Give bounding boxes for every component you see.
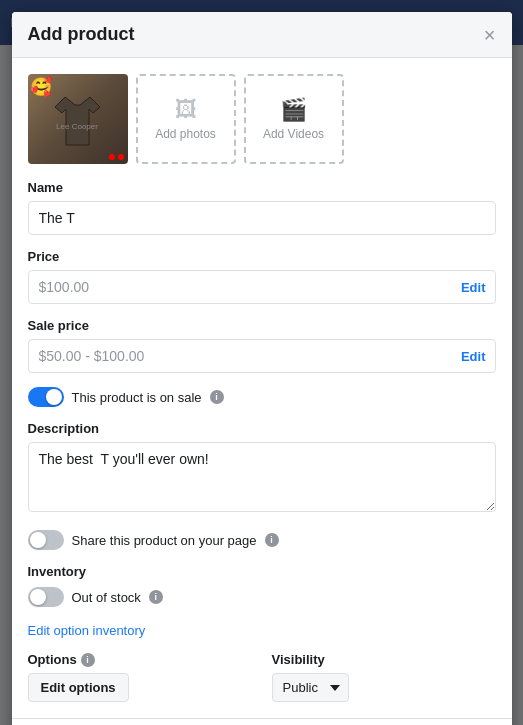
visibility-select[interactable]: Public Private <box>272 673 349 702</box>
modal-footer: Cancel Save <box>12 718 512 725</box>
product-image-bg: 🥰 Lee Cooper <box>28 74 128 164</box>
modal-title: Add product <box>28 24 135 45</box>
price-input[interactable] <box>28 270 496 304</box>
photo-indicator-dots <box>109 154 124 160</box>
price-label: Price <box>28 249 496 264</box>
on-sale-label: This product is on sale <box>72 390 202 405</box>
modal-header: Add product × <box>12 12 512 58</box>
add-videos-icon: 🎬 <box>280 97 307 123</box>
options-visibility-row: Options i Edit options Visibility Public… <box>28 652 496 702</box>
share-toggle-row: Share this product on your page i <box>28 530 496 550</box>
out-of-stock-slider <box>28 587 64 607</box>
svg-text:Lee Cooper: Lee Cooper <box>56 122 98 131</box>
out-of-stock-label: Out of stock <box>72 590 141 605</box>
visibility-label-text: Visibility <box>272 652 325 667</box>
price-field-group: Price Edit <box>28 249 496 304</box>
add-photos-label: Add photos <box>155 127 216 141</box>
options-column: Options i Edit options <box>28 652 252 702</box>
price-edit-button[interactable]: Edit <box>461 280 486 295</box>
modal-body: 🥰 Lee Cooper 🖼 <box>12 58 512 718</box>
options-info-icon[interactable]: i <box>81 653 95 667</box>
modal-overlay: Add product × 🥰 Lee Cooper <box>0 0 523 725</box>
add-videos-label: Add Videos <box>263 127 324 141</box>
add-photos-button[interactable]: 🖼 Add photos <box>136 74 236 164</box>
inventory-label: Inventory <box>28 564 496 579</box>
photo-section: 🥰 Lee Cooper 🖼 <box>28 74 496 164</box>
price-input-container: Edit <box>28 270 496 304</box>
on-sale-toggle[interactable] <box>28 387 64 407</box>
modal-close-button[interactable]: × <box>484 25 496 45</box>
share-slider <box>28 530 64 550</box>
add-videos-button[interactable]: 🎬 Add Videos <box>244 74 344 164</box>
on-sale-toggle-row: This product is on sale i <box>28 387 496 407</box>
name-field-group: Name <box>28 180 496 235</box>
add-photos-icon: 🖼 <box>175 97 197 123</box>
share-label: Share this product on your page <box>72 533 257 548</box>
options-column-label: Options i <box>28 652 252 667</box>
share-info-icon[interactable]: i <box>265 533 279 547</box>
tshirt-svg: Lee Cooper <box>45 87 110 152</box>
product-image: 🥰 Lee Cooper <box>28 74 128 164</box>
product-emoji: 🥰 <box>30 76 52 98</box>
sale-price-input-container: Edit <box>28 339 496 373</box>
on-sale-slider <box>28 387 64 407</box>
description-label: Description <box>28 421 496 436</box>
visibility-column: Visibility Public Private <box>272 652 496 702</box>
photo-dot-2 <box>118 154 124 160</box>
description-textarea[interactable]: The best T you'll ever own! <box>28 442 496 512</box>
edit-options-button[interactable]: Edit options <box>28 673 129 702</box>
photo-dot-1 <box>109 154 115 160</box>
share-toggle[interactable] <box>28 530 64 550</box>
sale-price-field-group: Sale price Edit <box>28 318 496 373</box>
sale-price-input[interactable] <box>28 339 496 373</box>
visibility-column-label: Visibility <box>272 652 496 667</box>
inventory-group: Inventory Out of stock i <box>28 564 496 607</box>
name-input[interactable] <box>28 201 496 235</box>
edit-option-inventory-link[interactable]: Edit option inventory <box>28 623 146 638</box>
out-of-stock-toggle-row: Out of stock i <box>28 587 496 607</box>
description-field-group: Description The best T you'll ever own! <box>28 421 496 516</box>
out-of-stock-info-icon[interactable]: i <box>149 590 163 604</box>
on-sale-info-icon[interactable]: i <box>210 390 224 404</box>
name-label: Name <box>28 180 496 195</box>
add-product-modal: Add product × 🥰 Lee Cooper <box>12 12 512 725</box>
sale-price-edit-button[interactable]: Edit <box>461 349 486 364</box>
out-of-stock-toggle[interactable] <box>28 587 64 607</box>
sale-price-label: Sale price <box>28 318 496 333</box>
options-label-text: Options <box>28 652 77 667</box>
